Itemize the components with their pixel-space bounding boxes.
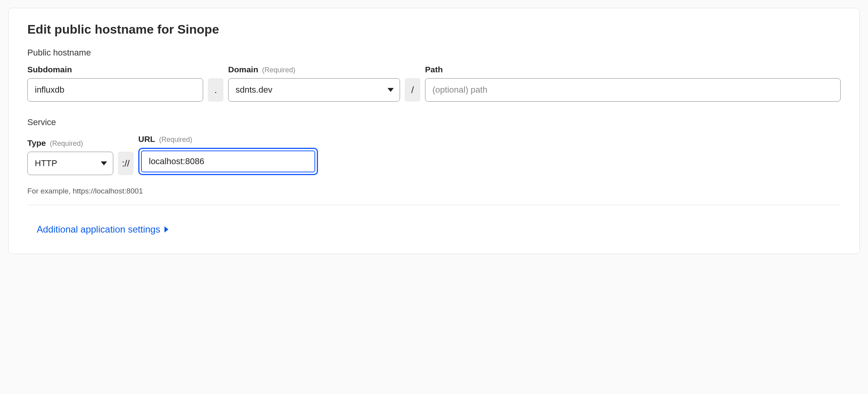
chevron-right-icon: [164, 224, 169, 235]
type-field-group: Type (Required) HTTP: [27, 138, 113, 175]
domain-label-text: Domain: [228, 65, 258, 74]
domain-label: Domain (Required): [228, 65, 400, 74]
type-select-wrap: HTTP: [27, 152, 113, 175]
subdomain-field-group: Subdomain: [27, 65, 203, 102]
domain-field-group: Domain (Required) sdnts.dev: [228, 65, 400, 102]
svg-marker-2: [164, 226, 168, 233]
path-field-group: Path: [425, 65, 841, 102]
url-input-focus-ring: [138, 148, 318, 175]
path-input[interactable]: [425, 78, 841, 102]
hostname-field-row: Subdomain . Domain (Required) sdnts.dev …: [27, 65, 841, 102]
type-required-tag: (Required): [50, 140, 83, 148]
path-label: Path: [425, 65, 841, 74]
page-title: Edit public hostname for Sinope: [27, 22, 841, 37]
public-hostname-section-label: Public hostname: [27, 48, 841, 58]
domain-select-wrap: sdnts.dev: [228, 78, 400, 102]
domain-select-value: sdnts.dev: [236, 85, 272, 95]
dot-separator: .: [208, 78, 223, 102]
subdomain-label: Subdomain: [27, 65, 203, 74]
service-section-label: Service: [27, 117, 841, 127]
service-help-text: For example, https://localhost:8001: [27, 187, 841, 195]
domain-required-tag: (Required): [262, 66, 295, 74]
protocol-separator: ://: [118, 152, 134, 175]
section-divider: [27, 205, 841, 205]
edit-hostname-card: Edit public hostname for Sinope Public h…: [8, 8, 860, 254]
type-select[interactable]: HTTP: [27, 152, 113, 175]
service-field-row: Type (Required) HTTP :// URL (Required): [27, 134, 841, 175]
additional-settings-label: Additional application settings: [37, 224, 160, 235]
path-label-text: Path: [425, 65, 443, 74]
type-label-text: Type: [27, 138, 46, 148]
domain-select[interactable]: sdnts.dev: [228, 78, 400, 102]
type-select-value: HTTP: [35, 158, 57, 168]
url-label-text: URL: [138, 134, 155, 144]
url-required-tag: (Required): [159, 136, 192, 144]
subdomain-label-text: Subdomain: [27, 65, 72, 74]
type-label: Type (Required): [27, 138, 113, 148]
url-field-group: URL (Required): [138, 134, 318, 175]
url-label: URL (Required): [138, 134, 318, 144]
slash-separator: /: [405, 78, 420, 102]
additional-settings-toggle[interactable]: Additional application settings: [37, 224, 169, 235]
url-input[interactable]: [141, 150, 315, 172]
subdomain-input[interactable]: [27, 78, 203, 102]
